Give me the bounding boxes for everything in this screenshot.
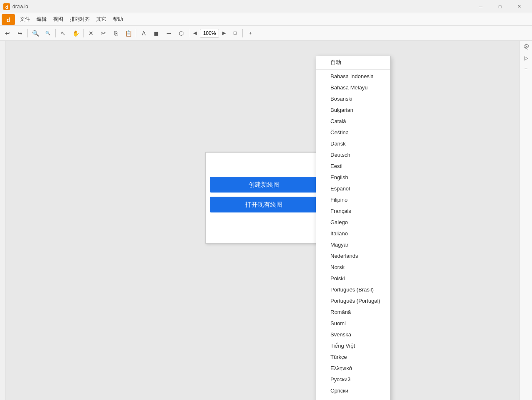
lang-item[interactable]: Türkçe bbox=[316, 351, 390, 363]
app-title: draw.io bbox=[12, 4, 471, 10]
lang-item[interactable]: 自动 bbox=[316, 56, 390, 69]
close-button[interactable]: ✕ bbox=[510, 0, 529, 13]
zoom-out-button[interactable]: 🔍 bbox=[42, 28, 54, 39]
toolbar-sep-5 bbox=[189, 29, 189, 37]
menu-other[interactable]: 其它 bbox=[93, 14, 110, 25]
lang-item[interactable]: Српски bbox=[316, 385, 390, 396]
zoom-in-button[interactable]: 🔍 bbox=[30, 28, 41, 39]
zoom-input[interactable] bbox=[200, 29, 219, 38]
svg-text:d: d bbox=[5, 5, 8, 10]
lang-item[interactable]: Bahasa Melayu bbox=[316, 82, 390, 93]
svg-text:d: d bbox=[7, 17, 10, 23]
lang-item[interactable]: Svenska bbox=[316, 329, 390, 340]
lang-label: Suomi bbox=[330, 320, 346, 326]
lang-item[interactable]: Español bbox=[316, 183, 390, 194]
toolbar-sep-2 bbox=[55, 29, 56, 37]
lang-label: Deutsch bbox=[330, 152, 350, 158]
delete-button[interactable]: ✕ bbox=[85, 28, 97, 39]
zoom-increase-btn[interactable]: ▶ bbox=[220, 28, 228, 39]
cursor-tool[interactable]: ↖ bbox=[57, 28, 69, 39]
undo-button[interactable]: ↩ bbox=[2, 28, 13, 39]
lang-label: Français bbox=[330, 208, 351, 214]
lang-label: Español bbox=[330, 185, 350, 192]
lang-label: Svenska bbox=[330, 331, 351, 338]
zoom-control: ◀ ▶ bbox=[191, 28, 228, 39]
lang-item[interactable]: Українська bbox=[316, 396, 390, 400]
lang-item[interactable]: Français bbox=[316, 205, 390, 217]
toolbar-sep-3 bbox=[83, 29, 84, 37]
lang-item[interactable]: Dansk bbox=[316, 138, 390, 149]
title-bar: d draw.io ─ □ ✕ bbox=[0, 0, 532, 13]
left-sidebar bbox=[0, 41, 6, 400]
language-dropdown: 自动Bahasa IndonesiaBahasa MelayuBosanskiB… bbox=[316, 56, 391, 400]
settings-icon[interactable]: ⚙ bbox=[524, 42, 530, 50]
copy-button[interactable]: ⎘ bbox=[110, 28, 122, 39]
lang-label: Eesti bbox=[330, 163, 342, 169]
toolbar-sep-4 bbox=[136, 29, 136, 37]
format-button[interactable]: A bbox=[138, 28, 150, 39]
lang-item[interactable]: Bosanski bbox=[316, 93, 390, 104]
menu-file[interactable]: 文件 bbox=[17, 14, 33, 25]
lang-label: Nederlands bbox=[330, 253, 358, 259]
lang-label: Bulgarian bbox=[330, 107, 353, 113]
lang-label: Norsk bbox=[330, 264, 345, 270]
lang-item[interactable]: Tiếng Việt bbox=[316, 340, 390, 351]
lang-item[interactable]: Português (Portugal) bbox=[316, 295, 390, 306]
lang-item[interactable]: Català bbox=[316, 116, 390, 127]
lang-item[interactable]: Bulgarian bbox=[316, 104, 390, 116]
fit-page-button[interactable]: ⊞ bbox=[229, 28, 241, 39]
lang-label: Türkçe bbox=[330, 354, 347, 360]
lang-label: Română bbox=[330, 309, 351, 315]
insert-button[interactable]: ＋ bbox=[244, 28, 256, 39]
lang-item[interactable]: English bbox=[316, 172, 390, 183]
line-button[interactable]: ─ bbox=[163, 28, 175, 39]
panel-btn-3[interactable]: + bbox=[522, 64, 531, 73]
lang-item[interactable]: Português (Brasil) bbox=[316, 284, 390, 295]
lang-item[interactable]: Suomi bbox=[316, 318, 390, 329]
lang-item[interactable]: Polski bbox=[316, 273, 390, 284]
lang-item[interactable]: Italiano bbox=[316, 228, 390, 239]
lang-item[interactable]: Norsk bbox=[316, 262, 390, 273]
cut-button[interactable]: ✂ bbox=[98, 28, 109, 39]
redo-button[interactable]: ↪ bbox=[14, 28, 26, 39]
minimize-button[interactable]: ─ bbox=[471, 0, 490, 13]
lang-item[interactable]: Filipino bbox=[316, 194, 390, 205]
menu-view[interactable]: 视图 bbox=[50, 14, 66, 25]
menu-arrange[interactable]: 排列对齐 bbox=[66, 14, 93, 25]
menu-help[interactable]: 帮助 bbox=[110, 14, 126, 25]
lang-item[interactable]: Bahasa Indonesia bbox=[316, 71, 390, 82]
move-tool[interactable]: ✋ bbox=[70, 28, 81, 39]
paste-button[interactable]: 📋 bbox=[123, 28, 134, 39]
lang-item[interactable]: Nederlands bbox=[316, 250, 390, 262]
lang-item[interactable]: Русский bbox=[316, 374, 390, 385]
lang-label: Galego bbox=[330, 219, 348, 225]
canvas-area: 创建新绘图 打开现有绘图 ≡ bbox=[6, 41, 520, 400]
panel-btn-2[interactable]: ▷ bbox=[522, 53, 531, 62]
lang-label: Català bbox=[330, 118, 346, 124]
lang-item[interactable]: Magyar bbox=[316, 239, 390, 250]
lang-label: Русский bbox=[330, 376, 350, 383]
lang-label: Ελληνικά bbox=[330, 365, 352, 371]
lang-item[interactable]: Deutsch bbox=[316, 149, 390, 160]
menu-edit[interactable]: 编辑 bbox=[33, 14, 50, 25]
maximize-button[interactable]: □ bbox=[490, 0, 510, 13]
start-dialog: 创建新绘图 打开现有绘图 ≡ bbox=[205, 152, 326, 244]
lang-label: Čeština bbox=[330, 129, 349, 136]
lang-item[interactable]: Galego bbox=[316, 217, 390, 228]
lang-label: Magyar bbox=[330, 242, 348, 248]
connection-button[interactable]: ⬡ bbox=[175, 28, 187, 39]
lang-label: 自动 bbox=[330, 59, 341, 66]
open-existing-diagram-button[interactable]: 打开现有绘图 bbox=[210, 197, 318, 212]
toolbar-sep-1 bbox=[27, 29, 28, 37]
lang-item[interactable]: Română bbox=[316, 306, 390, 318]
lang-label: Bahasa Melayu bbox=[330, 84, 368, 91]
lang-label: Polski bbox=[330, 275, 345, 281]
lang-item[interactable]: Eesti bbox=[316, 160, 390, 172]
zoom-decrease-btn[interactable]: ◀ bbox=[191, 28, 199, 39]
lang-item[interactable]: Čeština bbox=[316, 127, 390, 138]
menu-bar: d 文件 编辑 视图 排列对齐 其它 帮助 bbox=[0, 13, 532, 26]
lang-item[interactable]: Ελληνικά bbox=[316, 363, 390, 374]
lang-label: Filipino bbox=[330, 197, 347, 203]
create-new-diagram-button[interactable]: 创建新绘图 bbox=[210, 177, 318, 193]
fill-button[interactable]: ◼ bbox=[150, 28, 162, 39]
